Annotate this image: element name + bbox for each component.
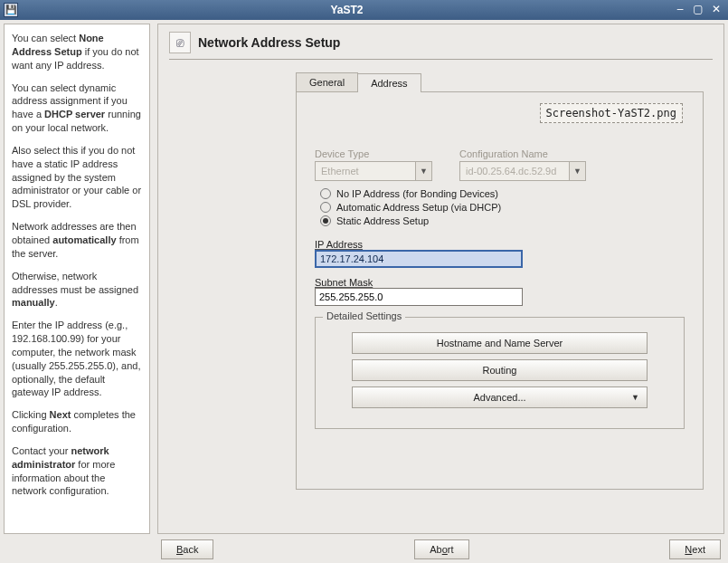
address-mode-radios: No IP Address (for Bonding Devices) Auto… — [320, 188, 685, 226]
help-paragraph: Contact your network administrator for m… — [12, 444, 142, 498]
wizard-footer: Back Abort Next — [4, 534, 724, 559]
titlebar: 💾 YaST2 – ▢ ✕ — [0, 0, 728, 20]
radio-icon — [320, 215, 331, 226]
help-paragraph: Enter the IP address (e.g., 192.168.100.… — [12, 319, 142, 399]
detailed-settings-legend: Detailed Settings — [323, 310, 405, 321]
routing-button[interactable]: Routing — [352, 359, 648, 381]
page-icon: ⎚ — [169, 32, 191, 53]
radio-label: Automatic Address Setup (via DHCP) — [336, 202, 501, 213]
radio-static[interactable]: Static Address Setup — [320, 215, 685, 226]
chevron-down-icon[interactable]: ▼ — [415, 162, 431, 180]
radio-icon — [320, 188, 331, 199]
device-type-select[interactable]: Ethernet ▼ — [315, 161, 432, 181]
app-window: 💾 YaST2 – ▢ ✕ You can select None Addres… — [0, 0, 728, 563]
device-row: Device Type Ethernet ▼ Configuration Nam… — [315, 148, 685, 181]
radio-label: No IP Address (for Bonding Devices) — [336, 188, 498, 199]
client-area: You can select None Address Setup if you… — [0, 20, 728, 563]
chevron-down-icon: ▼ — [631, 393, 639, 402]
abort-button[interactable]: Abort — [414, 539, 468, 559]
close-button[interactable]: ✕ — [708, 3, 724, 17]
hostname-button[interactable]: Hostname and Name Server — [352, 332, 648, 354]
maximize-button[interactable]: ▢ — [690, 3, 706, 17]
ip-address-input[interactable] — [315, 250, 523, 268]
screenshot-hint: Screenshot-YaST2.png — [540, 103, 684, 123]
subnet-mask-input[interactable] — [315, 288, 523, 306]
window-title: YaST2 — [24, 4, 670, 16]
config-name-select: id-00.25.64.dc.52.9d ▼ — [459, 161, 586, 181]
minimize-button[interactable]: – — [672, 3, 688, 17]
help-paragraph: You can select None Address Setup if you… — [12, 32, 142, 72]
config-name-label: Configuration Name — [459, 148, 586, 159]
help-paragraph: You can select dynamic address assignmen… — [12, 81, 142, 135]
config-name-value: id-00.25.64.dc.52.9d — [460, 166, 569, 177]
next-button[interactable]: Next — [669, 539, 721, 559]
help-paragraph: Network addresses are then obtained auto… — [12, 220, 142, 261]
radio-dhcp[interactable]: Automatic Address Setup (via DHCP) — [320, 202, 685, 213]
device-type-label: Device Type — [315, 148, 432, 159]
device-type-value: Ethernet — [316, 166, 415, 177]
tabs: General Address — [296, 72, 713, 91]
help-paragraph: Clicking Next completes the configuratio… — [12, 408, 142, 435]
page-title: Network Address Setup — [198, 35, 340, 50]
tab-general[interactable]: General — [296, 72, 358, 91]
chevron-down-icon: ▼ — [569, 162, 585, 180]
advanced-button[interactable]: Advanced...▼ — [352, 386, 648, 408]
ip-address-label: IP Address — [315, 239, 685, 250]
help-paragraph: Also select this if you do not have a st… — [12, 144, 142, 211]
back-button[interactable]: Back — [161, 539, 213, 559]
content-row: You can select None Address Setup if you… — [4, 24, 724, 534]
app-icon: 💾 — [4, 3, 18, 17]
detailed-settings: Detailed Settings Hostname and Name Serv… — [315, 317, 685, 429]
radio-icon — [320, 202, 331, 213]
help-pane: You can select None Address Setup if you… — [4, 24, 150, 534]
main-header: ⎚ Network Address Setup — [169, 32, 713, 60]
main-pane: ⎚ Network Address Setup General Address … — [157, 24, 724, 534]
tab-address[interactable]: Address — [357, 73, 421, 92]
subnet-mask-label: Subnet Mask — [315, 277, 685, 288]
radio-label: Static Address Setup — [336, 215, 429, 226]
help-paragraph: Otherwise, network addresses must be ass… — [12, 270, 142, 310]
radio-no-ip[interactable]: No IP Address (for Bonding Devices) — [320, 188, 685, 199]
tab-panel-address: Screenshot-YaST2.png Device Type Etherne… — [296, 91, 704, 490]
